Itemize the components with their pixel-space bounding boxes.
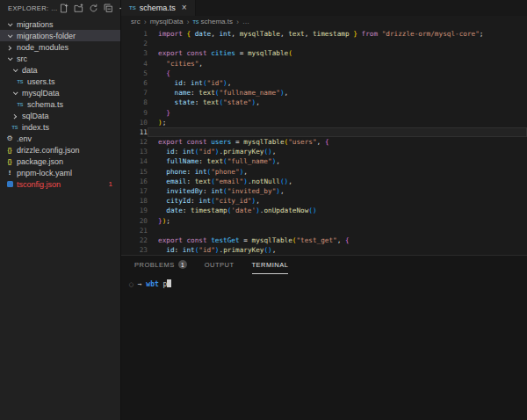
- tree-item-package-json[interactable]: {}package.json: [0, 156, 120, 167]
- code-line-4: 4 "cities",: [121, 59, 527, 69]
- tree-item-label: sqlData: [22, 112, 49, 120]
- tree-item-schema-ts[interactable]: TSschema.ts: [0, 98, 120, 110]
- tree-item-label: mysqlData: [22, 89, 60, 98]
- tsconfig-file-icon: [4, 181, 15, 187]
- ts-file-icon: TS: [15, 102, 25, 107]
- code-text: {: [148, 69, 527, 78]
- breadcrumb: src›mysqlData›TSschema.ts›…: [121, 16, 527, 27]
- code-line-22: 22export const testGet = mysqlTable("tes…: [121, 235, 527, 245]
- tree-item-node-modules[interactable]: node_modules: [0, 41, 120, 53]
- terminal[interactable]: ○ → wbt p: [121, 274, 527, 420]
- refresh-explorer-icon[interactable]: [88, 3, 99, 14]
- chevron-right-icon: [4, 46, 15, 49]
- chevron-down-icon: [10, 91, 20, 95]
- code-line-7: 7 name: text("fullname_name"),: [121, 88, 527, 98]
- bottom-panel: PROBLEMS1OUTPUTTERMINAL ○ → wbt p: [121, 255, 527, 420]
- breadcrumb-separator-icon: ›: [236, 18, 239, 26]
- gear-icon: ⚙: [4, 134, 15, 142]
- code-text: date: timestamp('date').onUpdateNow(): [148, 206, 527, 215]
- new-folder-icon[interactable]: [73, 3, 84, 14]
- breadcrumb-item-src[interactable]: src: [131, 18, 141, 25]
- code-text: phone: int("phone"),: [148, 167, 527, 177]
- breadcrumb-item-[interactable]: …: [242, 18, 249, 25]
- line-number: 18: [121, 196, 148, 206]
- tree-item-tsconfig-json[interactable]: tsconfig.json1: [0, 178, 120, 190]
- explorer-title: EXPLORER: …: [8, 4, 58, 12]
- line-number: 15: [121, 167, 148, 177]
- tree-item-migrations[interactable]: migrations: [0, 18, 120, 30]
- code-text: [148, 226, 527, 235]
- code-line-13: 13 id: int("id").primaryKey(),: [121, 147, 527, 156]
- panel-tabs: PROBLEMS1OUTPUTTERMINAL: [121, 256, 527, 274]
- line-number: 19: [121, 206, 148, 215]
- code-line-6: 6 id: int("id"),: [121, 78, 527, 88]
- breadcrumb-separator-icon: ›: [144, 18, 147, 26]
- tree-item-label: users.ts: [27, 77, 55, 86]
- line-number: 3: [121, 48, 148, 58]
- code-line-21: 21: [121, 226, 527, 235]
- ts-file-icon: TS: [15, 79, 25, 84]
- code-line-10: 10);: [121, 118, 527, 127]
- line-number: 4: [121, 59, 148, 69]
- tree-item-data[interactable]: data: [0, 64, 120, 76]
- code-line-1: 1import { date, int, mysqlTable, text, t…: [121, 29, 527, 39]
- line-number: 21: [121, 226, 148, 235]
- line-number: 16: [121, 177, 148, 186]
- terminal-cursor: [167, 279, 171, 287]
- panel-tab-output[interactable]: OUTPUT: [205, 256, 235, 274]
- code-line-20: 20});: [121, 216, 527, 226]
- tree-item-label: package.json: [17, 157, 63, 166]
- yaml-file-icon: !: [4, 169, 15, 177]
- tree-item-env[interactable]: ⚙.env: [0, 133, 120, 144]
- tree-item-pnpm-lock-yaml[interactable]: !pnpm-lock.yaml: [0, 167, 120, 178]
- code-line-2: 2: [121, 39, 527, 48]
- explorer-actions: [58, 3, 129, 14]
- code-text: [148, 127, 527, 137]
- line-number: 14: [121, 156, 148, 166]
- line-number: 20: [121, 216, 148, 226]
- code-text: fullName: text("full_name"),: [148, 156, 527, 166]
- breadcrumb-item-schema-ts[interactable]: TSschema.ts: [192, 18, 233, 25]
- problems-count-badge: 1: [178, 260, 187, 269]
- tab-close-icon[interactable]: ×: [182, 4, 187, 12]
- chevron-right-icon: [10, 114, 20, 118]
- tree-item-drizzle-config-json[interactable]: {}drizzle.config.json: [0, 144, 120, 156]
- code-text: name: text("fullname_name"),: [148, 88, 527, 98]
- tree-item-label: node_modules: [17, 43, 69, 52]
- tree-item-label: tsconfig.json: [17, 180, 61, 189]
- line-number: 22: [121, 235, 148, 245]
- line-number: 1: [121, 29, 148, 39]
- tree-item-mysqldata[interactable]: mysqlData: [0, 87, 120, 98]
- new-file-icon[interactable]: [58, 3, 69, 14]
- tree-item-label: schema.ts: [27, 100, 63, 109]
- code-line-3: 3export const cities = mysqlTable(: [121, 48, 527, 58]
- error-count-badge: 1: [109, 180, 112, 188]
- code-area[interactable]: 1import { date, int, mysqlTable, text, t…: [121, 27, 527, 255]
- tree-item-label: data: [22, 66, 38, 75]
- code-text: }: [148, 108, 527, 118]
- json-braces-icon: {}: [4, 147, 15, 153]
- line-number: 12: [121, 137, 148, 147]
- terminal-prompt: ○ → wbt p: [129, 279, 527, 288]
- tree-item-src[interactable]: src: [0, 53, 120, 64]
- tree-item-label: .env: [17, 134, 32, 143]
- code-text: export const users = mysqlTable("users",…: [148, 137, 527, 147]
- tab-schema-ts[interactable]: TS schema.ts ×: [121, 0, 196, 16]
- panel-tab-terminal[interactable]: TERMINAL: [252, 256, 289, 274]
- code-line-19: 19 date: timestamp('date').onUpdateNow(): [121, 206, 527, 215]
- tree-item-index-ts[interactable]: TSindex.ts: [0, 121, 120, 133]
- code-line-23: 23 id: int("id").primaryKey(),: [121, 245, 527, 255]
- collapse-folders-icon[interactable]: [103, 3, 114, 14]
- line-number: 7: [121, 88, 148, 98]
- tree-item-migrations-folder[interactable]: migrations-folder: [0, 30, 120, 41]
- explorer-header: EXPLORER: …: [0, 0, 120, 17]
- tree-item-users-ts[interactable]: TSusers.ts: [0, 76, 120, 87]
- panel-tab-problems[interactable]: PROBLEMS1: [134, 256, 187, 274]
- breadcrumb-item-mysqldata[interactable]: mysqlData: [150, 18, 184, 25]
- line-number: 10: [121, 118, 148, 127]
- tree-item-sqldata[interactable]: sqlData: [0, 110, 120, 121]
- tree-item-label: src: [17, 54, 27, 63]
- line-number: 2: [121, 39, 148, 48]
- code-text: cityId: int("city_id"),: [148, 196, 527, 206]
- line-number: 9: [121, 108, 148, 118]
